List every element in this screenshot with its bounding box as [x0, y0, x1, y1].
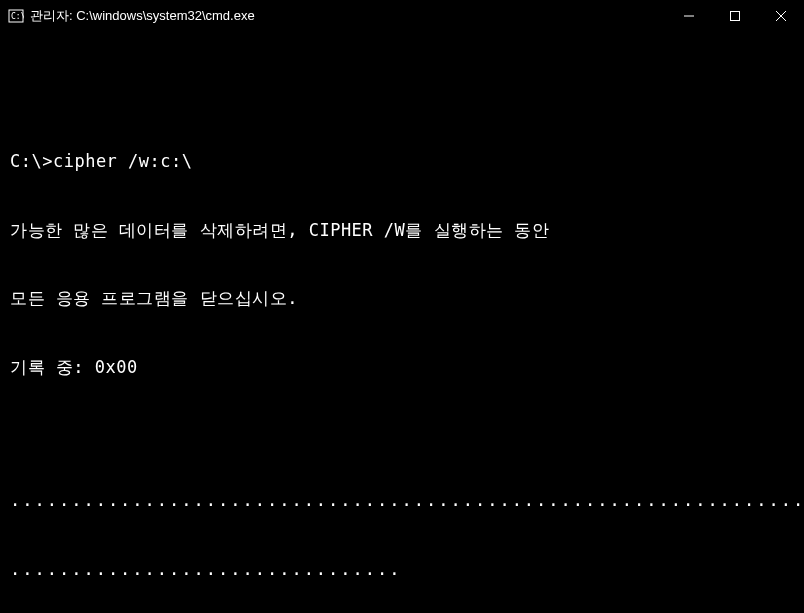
progress-dots: ........................................… — [10, 489, 794, 512]
cmd-icon: C:\ — [8, 8, 24, 24]
progress-dots: ................................ — [10, 558, 794, 581]
titlebar[interactable]: C:\ 관리자: C:\windows\system32\cmd.exe — [0, 0, 804, 32]
window-title: 관리자: C:\windows\system32\cmd.exe — [30, 7, 666, 25]
output-line: 모든 응용 프로그램을 닫으십시오. — [10, 287, 794, 310]
output-line: 가능한 많은 데이터를 삭제하려면, CIPHER /W를 실행하는 동안 — [10, 219, 794, 242]
svg-rect-3 — [731, 12, 740, 21]
svg-text:C:\: C:\ — [11, 12, 24, 21]
terminal-output[interactable]: C:\>cipher /w:c:\ 가능한 많은 데이터를 삭제하려면, CIP… — [0, 32, 804, 613]
maximize-button[interactable] — [712, 0, 758, 32]
prompt-line: C:\>cipher /w:c:\ — [10, 150, 794, 173]
minimize-button[interactable] — [666, 0, 712, 32]
output-line: 기록 중: 0x00 — [10, 356, 794, 379]
window-controls — [666, 0, 804, 32]
close-button[interactable] — [758, 0, 804, 32]
cmd-window: C:\ 관리자: C:\windows\system32\cmd.exe C:\… — [0, 0, 804, 613]
